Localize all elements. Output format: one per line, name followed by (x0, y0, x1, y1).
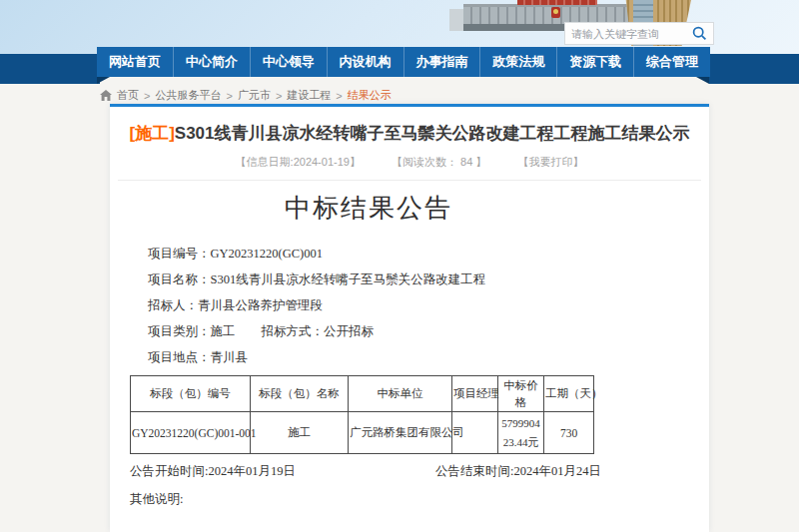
field-location: 项目地点：青川县 (148, 344, 609, 370)
field-project-name: 项目名称：S301线青川县凉水经转嘴子至马鬃关公路改建工程 (148, 266, 609, 292)
search-input[interactable] (571, 28, 692, 40)
field-value: 青川县公路养护管理段 (198, 298, 323, 312)
meta-divider (118, 180, 701, 181)
field-value: 公开招标 (324, 324, 374, 338)
col-header-manager: 项目经理 (452, 376, 498, 412)
nav-ribbon-fold-right (696, 77, 709, 84)
breadcrumb: 首页 > 公共服务平台 > 广元市 > 建设工程 > 结果公示 (100, 88, 392, 103)
field-value: 施工 (211, 324, 236, 338)
field-value: S301线青川县凉水经转嘴子至马鬃关公路改建工程 (211, 272, 486, 286)
page: 网站首页 中心简介 中心领导 内设机构 办事指南 政策法规 资源下载 综合管理 … (0, 0, 799, 532)
building-roof-sign (517, 0, 597, 5)
crumb-construction[interactable]: 建设工程 (287, 88, 331, 103)
nav-item-admin[interactable]: 综合管理 (634, 47, 710, 77)
top-banner (0, 0, 799, 54)
meta-read-count: 【阅读次数： 84 】 (392, 156, 486, 168)
nav-item-leaders[interactable]: 中心领导 (251, 47, 328, 77)
breadcrumb-separator: > (336, 90, 342, 102)
announcement-document: 中标结果公告 项目编号：GY20231220(GC)001 项目名称：S301线… (128, 191, 609, 508)
cell-section-no: GY20231220(GC)001-001 (131, 412, 251, 454)
table-row: GY20231220(GC)001-001 施工 广元路桥集团有限公司 5799… (131, 412, 594, 454)
field-label: 招标人： (148, 298, 198, 312)
field-label: 项目地点： (148, 350, 211, 364)
content-panel: [施工]S301线青川县凉水经转嘴子至马鬃关公路改建工程工程施工结果公示 【信息… (110, 104, 709, 532)
col-header-section-name: 标段（包）名称 (251, 376, 349, 412)
cell-winner: 广元路桥集团有限公司 (349, 412, 452, 454)
project-fields: 项目编号：GY20231220(GC)001 项目名称：S301线青川县凉水经转… (148, 241, 609, 370)
field-value: 青川县 (211, 350, 249, 364)
field-value: GY20231220(GC)001 (211, 247, 324, 261)
crumb-results-current: 结果公示 (348, 88, 392, 103)
nav-ribbon-left (0, 54, 100, 84)
article-title: [施工]S301线青川县凉水经转嘴子至马鬃关公路改建工程工程施工结果公示 (122, 122, 697, 146)
cell-price: 579990423.44元 (498, 412, 544, 454)
nav-item-departments[interactable]: 内设机构 (328, 47, 404, 77)
announcement-heading: 中标结果公告 (128, 191, 609, 226)
field-project-no: 项目编号：GY20231220(GC)001 (148, 241, 609, 266)
national-emblem-icon (551, 7, 560, 18)
col-header-price: 中标价格 (498, 376, 544, 412)
table-header-row: 标段（包）编号 标段（包）名称 中标单位 项目经理 中标价格 工期（天） (131, 376, 594, 412)
col-header-winner: 中标单位 (349, 376, 452, 412)
nav-ribbon-fold-left (97, 77, 110, 84)
nav-item-policies[interactable]: 政策法规 (480, 47, 557, 77)
cell-section-name: 施工 (251, 412, 349, 454)
meta-info-date: 【信息日期:2024-01-19】 (236, 156, 361, 168)
notice-times: 公告开始时间:2024年01月19日 公告结束时间:2024年01月24日 (128, 463, 609, 480)
nav-item-intro[interactable]: 中心简介 (174, 47, 251, 77)
breadcrumb-separator: > (144, 90, 150, 102)
article-category-tag: [施工] (129, 124, 174, 143)
col-header-duration: 工期（天） (544, 376, 594, 412)
notice-start-time: 公告开始时间:2024年01月19日 (130, 463, 296, 480)
field-tenderee: 招标人：青川县公路养护管理段 (148, 292, 609, 318)
nav-ribbon-right (709, 54, 799, 84)
col-header-section-no: 标段（包）编号 (131, 376, 251, 412)
field-label: 项目类别： (148, 324, 211, 338)
notice-end-time: 公告结束时间:2024年01月24日 (435, 463, 601, 480)
nav-item-guide[interactable]: 办事指南 (404, 47, 481, 77)
search-box (564, 22, 714, 45)
article-title-text: S301线青川县凉水经转嘴子至马鬃关公路改建工程工程施工结果公示 (175, 124, 690, 143)
bid-result-table: 标段（包）编号 标段（包）名称 中标单位 项目经理 中标价格 工期（天） GY2… (130, 375, 594, 454)
crumb-city[interactable]: 广元市 (238, 88, 271, 103)
crumb-home[interactable]: 首页 (117, 88, 139, 103)
crumb-platform[interactable]: 公共服务平台 (155, 88, 221, 103)
home-icon (100, 90, 112, 101)
search-icon[interactable] (692, 26, 707, 41)
breadcrumb-separator: > (226, 90, 232, 102)
cell-duration: 730 (544, 412, 594, 454)
main-nav: 网站首页 中心简介 中心领导 内设机构 办事指南 政策法规 资源下载 综合管理 (97, 47, 710, 77)
nav-item-home[interactable]: 网站首页 (97, 47, 174, 77)
field-label: 项目编号： (148, 247, 211, 261)
nav-item-downloads[interactable]: 资源下载 (557, 47, 634, 77)
other-notes-label: 其他说明: (128, 491, 609, 508)
field-category-method: 项目类别：施工招标方式：公开招标 (148, 318, 609, 344)
field-label: 招标方式： (262, 324, 325, 338)
print-button[interactable]: 【我要打印】 (517, 156, 583, 168)
article-meta: 【信息日期:2024-01-19】 【阅读次数： 84 】 【我要打印】 (110, 155, 709, 170)
field-label: 项目名称： (148, 272, 211, 286)
breadcrumb-separator: > (276, 90, 282, 102)
